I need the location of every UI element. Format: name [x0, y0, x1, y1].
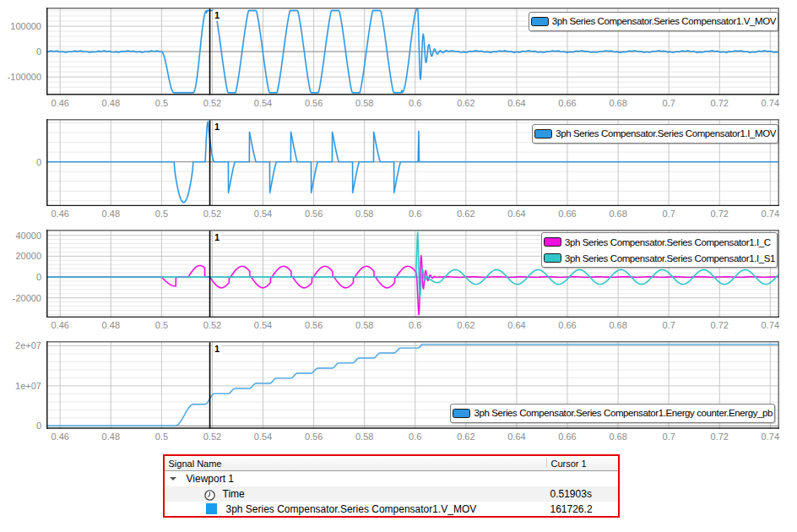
- legend-swatch-icon: [534, 129, 552, 138]
- cursor-label[interactable]: 1: [213, 10, 221, 21]
- x-tick-label: 0.54: [254, 98, 272, 108]
- legend-box-1[interactable]: 3ph Series Compensator.Series Compensato…: [529, 12, 778, 31]
- y-tick-label: 20000: [1, 251, 41, 261]
- legend-label: 3ph Series Compensator.Series Compensato…: [565, 253, 775, 263]
- x-tick-label: 0.52: [203, 320, 221, 330]
- legend-box-2[interactable]: 3ph Series Compensator.Series Compensato…: [532, 124, 778, 144]
- x-tick-label: 0.68: [609, 432, 626, 442]
- x-tick-label: 0.74: [762, 209, 779, 219]
- x-tick-label: 0.54: [254, 209, 272, 219]
- legend-swatch-icon: [544, 253, 561, 263]
- legend-swatch-icon: [544, 237, 561, 247]
- x-tick-label: 0.7: [663, 209, 675, 219]
- x-tick-label: 0.7: [663, 98, 675, 108]
- y-tick-label: 0: [1, 157, 41, 167]
- x-tick-label: 0.66: [558, 320, 576, 330]
- legend-label: 3ph Series Compensator.Series Compensato…: [552, 16, 776, 26]
- x-tick-label: 0.54: [254, 432, 272, 442]
- x-tick-label: 0.6: [409, 320, 421, 330]
- x-tick-label: 0.7: [663, 320, 675, 330]
- plot-panel-1: 13ph Series Compensator.Series Compensat…: [46, 8, 779, 95]
- x-tick-label: 0.64: [507, 432, 525, 442]
- plot-panel-3: 13ph Series Compensator.Series Compensat…: [46, 230, 779, 318]
- table-row[interactable]: Time0.51903s: [165, 486, 619, 502]
- table-header[interactable]: Signal NameCursor 1: [165, 456, 619, 472]
- table-row[interactable]: 3ph Series Compensator.Series Compensato…: [165, 502, 619, 517]
- x-tick-label: 0.68: [609, 98, 626, 108]
- plot-panel-2: 13ph Series Compensator.Series Compensat…: [46, 119, 779, 206]
- cursor-value: 0.51903s: [550, 486, 592, 502]
- plot-panel-4: 13ph Series Compensator.Series Compensat…: [46, 341, 779, 429]
- x-tick-label: 0.66: [558, 209, 576, 219]
- column-header-cursor-1[interactable]: Cursor 1: [551, 456, 587, 471]
- x-tick-label: 0.5: [155, 432, 168, 442]
- x-tick-label: 0.64: [507, 209, 525, 219]
- legend-box-3[interactable]: 3ph Series Compensator.Series Compensato…: [541, 232, 778, 268]
- legend-label: 3ph Series Compensator.Series Compensato…: [474, 408, 773, 418]
- y-tick-label: 0: [1, 46, 41, 57]
- scope-window: {"colors":{"background":"#ffffff","grid_…: [0, 0, 797, 532]
- legend-label: 3ph Series Compensator.Series Compensato…: [556, 128, 776, 138]
- x-tick-label: 0.52: [203, 98, 221, 108]
- column-separator[interactable]: [546, 458, 547, 469]
- x-tick-label: 0.46: [52, 432, 69, 442]
- cursor-label[interactable]: 1: [213, 344, 221, 355]
- legend-entry: 3ph Series Compensator.Series Compensato…: [534, 127, 776, 141]
- y-tick-label: 0: [1, 272, 41, 282]
- legend-swatch-icon: [453, 409, 470, 418]
- x-tick-label: 0.46: [52, 320, 69, 330]
- x-tick-label: 0.46: [52, 98, 69, 108]
- x-tick-label: 0.5: [155, 320, 168, 330]
- x-tick-label: 0.62: [457, 432, 474, 442]
- legend-entry: 3ph Series Compensator.Series Compensato…: [544, 251, 775, 265]
- triangle-down-icon[interactable]: [170, 477, 176, 480]
- x-tick-label: 0.66: [558, 98, 576, 108]
- x-tick-label: 0.72: [711, 432, 729, 442]
- x-tick-label: 0.74: [762, 98, 779, 108]
- x-tick-label: 0.58: [355, 209, 373, 219]
- x-tick-label: 0.72: [711, 209, 729, 219]
- cursor-label[interactable]: 1: [213, 122, 221, 133]
- y-tick-label: 0: [1, 421, 41, 431]
- legend-entry: 3ph Series Compensator.Series Compensato…: [453, 406, 773, 421]
- y-tick-label: 1e+07: [1, 381, 41, 391]
- legend-box-4[interactable]: 3ph Series Compensator.Series Compensato…: [450, 404, 775, 423]
- x-tick-label: 0.58: [355, 98, 373, 108]
- x-tick-label: 0.5: [155, 209, 168, 219]
- row-label: Viewport 1: [187, 471, 234, 486]
- legend-entry: 3ph Series Compensator.Series Compensato…: [531, 14, 776, 29]
- table-row[interactable]: Viewport 1: [165, 471, 619, 486]
- clock-icon: [204, 489, 215, 500]
- x-tick-label: 0.52: [203, 432, 221, 442]
- x-tick-label: 0.56: [305, 209, 323, 219]
- x-tick-label: 0.52: [203, 209, 221, 219]
- x-tick-label: 0.62: [457, 209, 474, 219]
- x-tick-label: 0.62: [457, 320, 474, 330]
- column-header-signal-name[interactable]: Signal Name: [169, 456, 222, 471]
- x-tick-label: 0.7: [663, 432, 675, 442]
- y-tick-label: 100000: [1, 21, 41, 31]
- x-tick-label: 0.58: [355, 432, 373, 442]
- x-tick-label: 0.74: [762, 432, 779, 442]
- row-label: Time: [223, 486, 245, 502]
- cursor-label[interactable]: 1: [213, 232, 221, 243]
- signal-color-swatch: [206, 503, 217, 514]
- scope-view: 13ph Series Compensator.Series Compensat…: [0, 0, 797, 532]
- x-tick-label: 0.56: [305, 320, 323, 330]
- row-label: 3ph Series Compensator.Series Compensato…: [226, 502, 477, 517]
- x-tick-label: 0.48: [102, 432, 120, 442]
- x-tick-label: 0.58: [355, 320, 373, 330]
- x-tick-label: 0.5: [155, 98, 168, 108]
- x-tick-label: 0.6: [409, 98, 421, 108]
- x-tick-label: 0.72: [711, 320, 729, 330]
- x-tick-label: 0.6: [409, 209, 421, 219]
- x-tick-label: 0.56: [305, 98, 323, 108]
- y-tick-label: 40000: [1, 231, 41, 241]
- x-tick-label: 0.64: [507, 320, 525, 330]
- x-tick-label: 0.72: [711, 98, 729, 108]
- y-tick-label: 2e+07: [1, 340, 41, 350]
- x-tick-label: 0.56: [305, 432, 323, 442]
- x-tick-label: 0.46: [52, 209, 69, 219]
- legend-entry: 3ph Series Compensator.Series Compensato…: [544, 235, 775, 249]
- x-tick-label: 0.62: [457, 98, 474, 108]
